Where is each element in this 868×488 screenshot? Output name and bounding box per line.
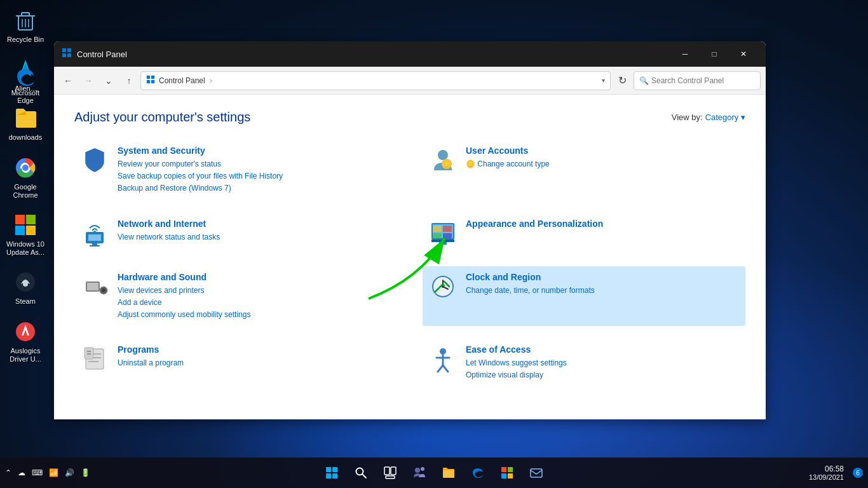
edge-taskbar-button[interactable]	[465, 460, 491, 485]
cloud-icon[interactable]: ☁	[15, 466, 28, 480]
start-button[interactable]	[319, 460, 344, 485]
svg-point-24	[438, 150, 448, 160]
svg-rect-16	[62, 48, 66, 52]
svg-rect-28	[88, 234, 101, 241]
steam-label: Steam	[15, 297, 36, 306]
appearance-title[interactable]: Appearance and Personalization	[466, 219, 603, 229]
address-path-segment: Control Panel	[159, 76, 205, 85]
network-links: View network status and tasks	[118, 231, 220, 243]
ease-link-1[interactable]: Optimize visual display	[466, 369, 567, 381]
close-button[interactable]: ✕	[729, 44, 758, 64]
store-button[interactable]	[494, 460, 520, 485]
hardware-link-1[interactable]: Add a device	[118, 297, 250, 309]
svg-rect-73	[508, 467, 513, 472]
forward-button[interactable]: →	[79, 72, 97, 90]
desktop-icon-downloads[interactable]: downloads	[3, 103, 48, 144]
address-path-icon	[146, 75, 155, 86]
window-content: Adjust your computer's settings View by:…	[54, 95, 766, 419]
taskbar-center	[319, 460, 549, 485]
user-accounts-link-0[interactable]: 🪙 Change account type	[466, 158, 550, 170]
desktop-icon-auslogics[interactable]: Auslogics Driver U...	[3, 316, 48, 366]
desktop-icon-recycle-bin[interactable]: Recycle Bin	[3, 5, 48, 46]
user-accounts-links: 🪙 Change account type	[466, 158, 550, 170]
svg-rect-76	[531, 469, 542, 477]
svg-point-8	[22, 165, 29, 171]
search-taskbar-button[interactable]	[348, 460, 374, 485]
system-security-link-0[interactable]: Review your computer's status	[118, 158, 283, 170]
category-clock-region-content: Clock and Region Change date, time, or n…	[466, 271, 595, 297]
svg-rect-10	[26, 215, 36, 224]
address-bar: ← → ⌄ ↑ Control Panel › ▾	[54, 67, 766, 95]
steam-icon	[13, 269, 38, 295]
hardware-link-2[interactable]: Adjust commonly used mobility settings	[118, 309, 250, 321]
search-input[interactable]	[651, 76, 755, 85]
recent-button[interactable]: ⌄	[100, 72, 118, 90]
svg-rect-2	[22, 13, 29, 16]
desktop-icon-windows-update[interactable]: Windows 10 Update As...	[3, 210, 48, 259]
control-panel-window: Control Panel ─ □ ✕ ← → ⌄ ↑	[54, 41, 766, 419]
programs-title[interactable]: Programs	[118, 344, 159, 355]
clock-date: 13/09/2021	[809, 473, 844, 481]
clock-region-title[interactable]: Clock and Region	[466, 272, 541, 282]
desktop-icon-chrome[interactable]: Google Chrome	[3, 152, 48, 202]
hardware-link-0[interactable]: View devices and printers	[118, 285, 250, 297]
clock-region-link-0[interactable]: Change date, time, or number formats	[466, 285, 595, 297]
system-security-title[interactable]: System and Security	[118, 146, 205, 156]
svg-point-70	[415, 468, 420, 473]
notification-badge[interactable]: 6	[853, 468, 863, 478]
category-system-security-content: System and Security Review your computer…	[118, 145, 283, 195]
minimize-button[interactable]: ─	[670, 44, 700, 64]
hardware-links: View devices and printers Add a device A…	[118, 285, 250, 322]
hardware-icon	[79, 271, 110, 302]
system-tray-expand[interactable]: ⌃	[3, 466, 14, 480]
auslogics-icon	[13, 319, 38, 344]
file-explorer-button[interactable]	[436, 460, 461, 485]
svg-rect-62	[332, 467, 337, 472]
system-security-link-2[interactable]: Backup and Restore (Windows 7)	[118, 182, 283, 194]
address-dropdown-arrow[interactable]: ▾	[602, 77, 605, 84]
maximize-button[interactable]: □	[700, 44, 729, 64]
category-programs-content: Programs Uninstall a program	[118, 344, 184, 369]
svg-rect-18	[62, 53, 66, 57]
keyboard-icon[interactable]: ⌨	[29, 466, 45, 480]
svg-rect-74	[501, 473, 506, 478]
category-system-security: System and Security Review your computer…	[74, 140, 397, 200]
window-titlebar: Control Panel ─ □ ✕	[54, 41, 766, 67]
view-by-value[interactable]: Category ▾	[705, 112, 745, 122]
edge-desktop-label: Microsoft Edge	[3, 89, 48, 104]
wifi-icon[interactable]: 📶	[46, 466, 61, 480]
search-icon: 🔍	[639, 76, 649, 85]
programs-link-0[interactable]: Uninstall a program	[118, 357, 184, 369]
recycle-bin-label: Recycle Bin	[7, 36, 44, 44]
refresh-button[interactable]: ↻	[613, 72, 631, 90]
address-input[interactable]: Control Panel › ▾	[140, 71, 611, 90]
search-box[interactable]: 🔍	[634, 71, 761, 90]
desktop-icon-edge[interactable]: Microsoft Edge	[3, 64, 48, 104]
mail-button[interactable]	[524, 460, 549, 485]
svg-rect-42	[87, 283, 98, 290]
notification-area-left: ⌃ ☁ ⌨ 📶 🔊 🔋	[0, 466, 95, 480]
ease-links: Let Windows suggest settings Optimize vi…	[466, 357, 567, 381]
hardware-title[interactable]: Hardware and Sound	[118, 272, 207, 282]
svg-rect-20	[147, 76, 150, 79]
windows-update-icon	[13, 212, 38, 238]
back-button[interactable]: ←	[59, 72, 77, 90]
ease-title[interactable]: Ease of Access	[466, 344, 531, 355]
svg-rect-63	[326, 473, 331, 478]
battery-icon[interactable]: 🔋	[78, 466, 93, 480]
network-title[interactable]: Network and Internet	[118, 219, 206, 229]
desktop-icon-steam[interactable]: Steam	[3, 267, 48, 308]
svg-rect-39	[443, 233, 452, 238]
ease-link-0[interactable]: Let Windows suggest settings	[466, 357, 567, 369]
task-view-button[interactable]	[377, 460, 403, 485]
volume-icon[interactable]: 🔊	[62, 466, 77, 480]
teams-button[interactable]	[407, 460, 432, 485]
downloads-label: downloads	[9, 133, 43, 142]
user-accounts-title[interactable]: User Accounts	[466, 146, 528, 156]
network-link-0[interactable]: View network status and tasks	[118, 231, 220, 243]
system-security-link-1[interactable]: Save backup copies of your files with Fi…	[118, 170, 283, 182]
system-clock[interactable]: 06:58 13/09/2021	[804, 464, 849, 481]
programs-icon	[79, 344, 110, 374]
up-button[interactable]: ↑	[120, 72, 138, 90]
taskbar: ⌃ ☁ ⌨ 📶 🔊 🔋	[0, 458, 868, 488]
